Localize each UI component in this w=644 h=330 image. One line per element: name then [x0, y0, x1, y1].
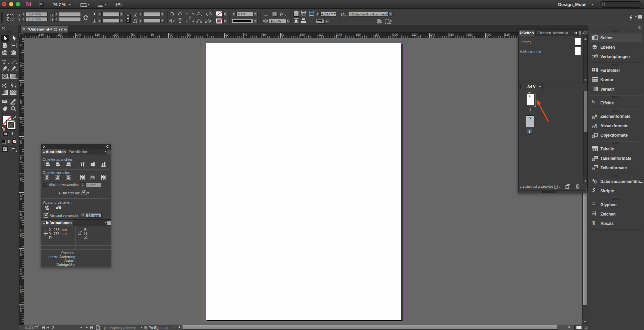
svg-text:¶: ¶: [595, 123, 597, 128]
svg-text:P: P: [188, 14, 191, 21]
svg-text:A: A: [594, 114, 598, 119]
